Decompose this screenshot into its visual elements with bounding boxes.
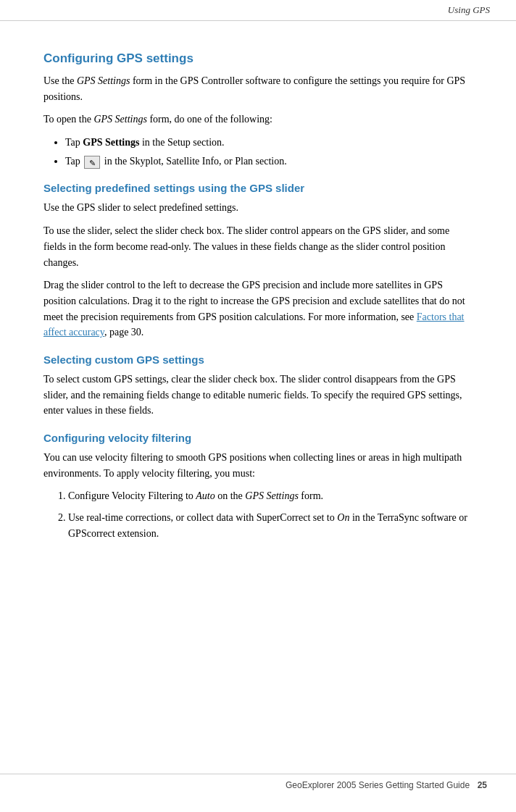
para-predefined-slider: To use the slider, select the slider che… <box>43 223 473 270</box>
bullet-item-tap-icon: Tap ✎ in the Skyplot, Satellite Info, or… <box>65 154 473 169</box>
settings-icon-inline: ✎ <box>84 156 100 169</box>
bold-gps-settings: GPS Settings <box>83 137 139 148</box>
footer-bar: GeoExplorer 2005 Series Getting Started … <box>0 774 516 798</box>
top-bar: Using GPS <box>0 0 516 21</box>
numbered-item-1: Configure Velocity Filtering to Auto on … <box>68 488 473 504</box>
heading-selecting-predefined: Selecting predefined settings using the … <box>43 182 473 194</box>
term-on: On <box>337 512 349 523</box>
heading-selecting-custom: Selecting custom GPS settings <box>43 353 473 366</box>
para-velocity-intro: You can use velocity filtering to smooth… <box>43 450 473 481</box>
para-gps-intro: Use the GPS Settings form in the GPS Con… <box>43 73 473 104</box>
footer-page-number: 25 <box>478 780 487 792</box>
term-gps-settings-3: GPS Settings <box>245 490 299 501</box>
para-predefined-drag: Drag the slider control to the left to d… <box>43 277 473 340</box>
numbered-list-velocity: Configure Velocity Filtering to Auto on … <box>68 488 473 541</box>
term-gps-settings-1: GPS Settings <box>77 75 130 86</box>
numbered-item-2: Use real-time corrections, or collect da… <box>68 510 473 541</box>
term-auto: Auto <box>196 490 215 501</box>
bullet-item-tap-settings: Tap GPS Settings in the Setup section. <box>65 135 473 151</box>
content-area: Configuring GPS settings Use the GPS Set… <box>0 21 516 592</box>
page-container: Using GPS Configuring GPS settings Use t… <box>0 0 516 812</box>
bullet-list-gps-open: Tap GPS Settings in the Setup section. T… <box>65 135 473 169</box>
footer-guide-title: GeoExplorer 2005 Series Getting Started … <box>286 780 470 792</box>
term-gps-settings-2: GPS Settings <box>93 114 147 125</box>
para-open-gps: To open the GPS Settings form, do one of… <box>43 112 473 127</box>
heading-configuring-gps-settings: Configuring GPS settings <box>43 51 473 66</box>
heading-velocity-filtering: Configuring velocity filtering <box>43 432 473 444</box>
link-factors-accuracy[interactable]: Factors that affect accuracy <box>43 311 465 338</box>
top-bar-title: Using GPS <box>448 4 490 16</box>
para-predefined-intro: Use the GPS slider to select predefined … <box>43 200 473 216</box>
para-custom-gps: To select custom GPS settings, clear the… <box>43 372 473 419</box>
